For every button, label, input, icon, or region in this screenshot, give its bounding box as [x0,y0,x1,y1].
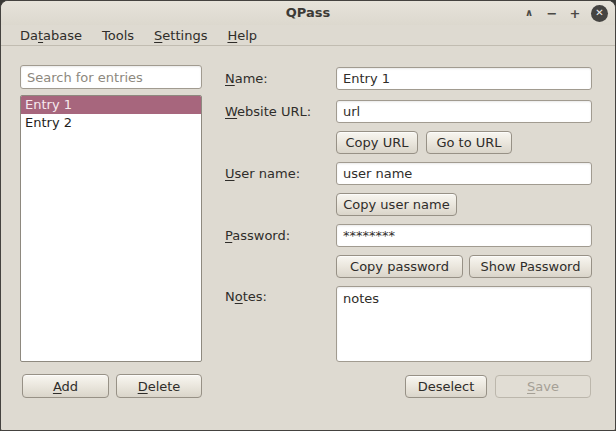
go-to-url-button[interactable]: Go to URL [426,131,512,154]
save-button[interactable]: Save [495,375,591,398]
close-icon[interactable]: ✕ [591,5,608,22]
user-name-input[interactable] [336,162,592,185]
name-input[interactable] [336,67,592,90]
password-input[interactable] [336,224,592,247]
list-item-entry-1[interactable]: Entry 1 [21,96,201,114]
entry-list: Entry 1 Entry 2 [20,95,202,362]
copy-password-button[interactable]: Copy password [336,255,463,278]
menu-settings[interactable]: Settings [144,26,217,45]
menu-help[interactable]: Help [217,26,267,45]
window-controls: ∧ − + ✕ [522,1,608,25]
qpass-window: QPass ∧ − + ✕ Database Tools Settings He… [0,0,616,431]
menu-tools[interactable]: Tools [92,26,144,45]
name-label: Name: [225,71,268,86]
minimize-icon[interactable]: − [545,7,559,20]
menu-database[interactable]: Database [10,26,92,45]
website-url-input[interactable] [336,100,592,123]
titlebar: QPass ∧ − + ✕ [1,1,615,25]
copy-user-name-button[interactable]: Copy user name [336,193,457,216]
maximize-icon[interactable]: + [568,7,582,20]
deselect-button[interactable]: Deselect [405,375,487,398]
delete-button[interactable]: Delete [116,374,202,398]
search-input[interactable] [20,65,202,89]
shade-window-icon[interactable]: ∧ [522,8,536,18]
copy-url-button[interactable]: Copy URL [336,131,418,154]
show-password-button[interactable]: Show Password [469,255,592,278]
notes-textarea[interactable]: notes [336,286,592,362]
notes-label: Notes: [225,289,267,304]
website-url-label: Website URL: [225,104,311,119]
list-item-entry-2[interactable]: Entry 2 [21,114,201,132]
user-name-label: User name: [225,166,300,181]
add-button[interactable]: Add [22,374,109,398]
menubar: Database Tools Settings Help [1,25,615,46]
password-label: Password: [225,228,290,243]
